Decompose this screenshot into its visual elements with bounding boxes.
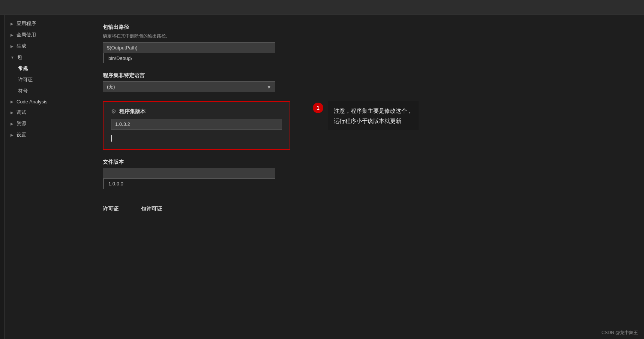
file-version-input[interactable] [103,168,275,179]
sidebar-item-label: 包 [17,54,22,61]
sidebar-item-license[interactable]: 许可证 [5,74,91,85]
sidebar-item-label: Code Analysis [17,99,47,105]
sidebar-item-debug[interactable]: ▶ 调试 [5,107,91,118]
assembly-version-header: ⚙ 程序集版本 [111,108,282,115]
chevron-right-icon: ▶ [11,133,14,137]
sidebar-item-label: 应用程序 [17,20,36,27]
sidebar-item-label: 符号 [18,88,28,94]
section-divider [103,198,275,198]
assembly-version-cursor [111,135,115,142]
watermark: CSDN @龙中舞王 [601,330,638,336]
sidebar-item-symbol[interactable]: 符号 [5,85,91,97]
package-output-path: bin\Debug\ [103,53,275,63]
sidebar-item-label: 调试 [17,109,26,116]
chevron-right-icon: ▶ [11,33,14,37]
sidebar-item-label: 资源 [17,120,26,127]
license-label: 许可证 [103,206,119,212]
gear-icon: ⚙ [111,108,116,115]
package-output-desc: 确定将在其中删除包的输出路径。 [103,33,632,39]
file-version-label: 文件版本 [103,159,632,166]
chevron-right-icon: ▶ [11,22,14,26]
sidebar-item-label: 设置 [17,131,26,138]
annotation-line2: 运行程序小于该版本就更新 [334,118,401,124]
sidebar-item-settings[interactable]: ▶ 设置 [5,129,91,140]
sidebar-item-app[interactable]: ▶ 应用程序 [5,18,91,29]
sidebar-item-general[interactable]: 常规 [5,63,91,74]
assembly-version-box: ⚙ 程序集版本 [103,101,290,150]
search-input[interactable] [5,4,639,10]
chevron-right-icon: ▶ [11,100,14,104]
chevron-right-icon: ▶ [11,122,14,126]
sidebar-item-resource[interactable]: ▶ 资源 [5,118,91,129]
sidebar-item-global[interactable]: ▶ 全局使用 [5,29,91,40]
chevron-right-icon: ▶ [11,44,14,48]
assembly-version-title: 程序集版本 [119,108,146,115]
file-version-section: 文件版本 1.0.0.0 [103,159,632,189]
sidebar-item-code-analysis[interactable]: ▶ Code Analysis [5,97,91,107]
assembly-language-dropdown[interactable]: (无) [103,81,275,92]
license-row: 许可证 包许可证 [103,206,632,215]
sidebar-item-label: 常规 [18,65,28,72]
package-license-label: 包许可证 [141,206,162,212]
assembly-version-input[interactable] [111,119,282,130]
assembly-language-label: 程序集非特定语言 [103,72,632,79]
annotation-text: 注意，程序集主要是修改这个， 运行程序小于该版本就更新 [328,101,419,130]
chevron-right-icon: ▶ [11,111,14,115]
annotation-number-badge: 1 [313,103,323,113]
sidebar-item-label: 生成 [17,43,26,49]
assembly-language-dropdown-wrapper: (无) ▼ [103,81,275,92]
content-area: 包输出路径 确定将在其中删除包的输出路径。 bin\Debug\ 程序集非特定语… [91,15,644,339]
annotation-area: 1 注意，程序集主要是修改这个， 运行程序小于该版本就更新 [313,101,632,130]
package-output-section: 包输出路径 确定将在其中删除包的输出路径。 bin\Debug\ [103,24,632,63]
sidebar-item-package[interactable]: ▼ 包 [5,52,91,63]
sidebar: ▶ 应用程序 ▶ 全局使用 ▶ 生成 ▼ 包 常规 许可证 符号 ▶ Code … [5,15,91,339]
package-output-input[interactable] [103,42,275,53]
sidebar-item-label: 全局使用 [17,31,36,38]
assembly-version-left: ⚙ 程序集版本 [103,101,298,159]
assembly-version-row: ⚙ 程序集版本 1 注意，程序集主要是修改这个， 运行程序小于该版本就更新 [103,101,632,159]
file-version-path: 1.0.0.0 [103,179,275,189]
sidebar-item-build[interactable]: ▶ 生成 [5,40,91,52]
chevron-down-icon: ▼ [11,55,14,60]
sidebar-item-label: 许可证 [18,76,33,83]
left-strip [0,15,5,339]
search-bar[interactable] [0,0,644,15]
package-output-label: 包输出路径 [103,24,632,31]
annotation-line1: 注意，程序集主要是修改这个， [334,108,413,114]
assembly-language-section: 程序集非特定语言 (无) ▼ [103,72,632,92]
